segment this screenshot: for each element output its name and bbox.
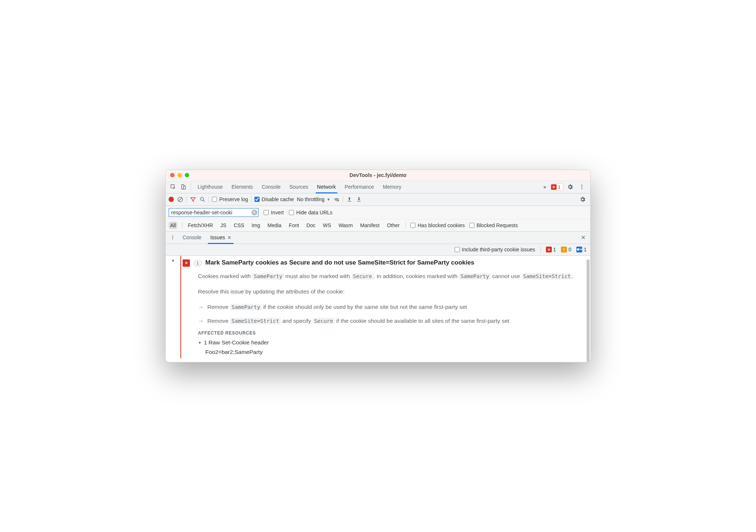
error-count-badge[interactable]: 1 bbox=[550, 184, 563, 191]
tab-elements[interactable]: Elements bbox=[227, 181, 257, 193]
include-third-party-input[interactable] bbox=[455, 247, 460, 252]
collapse-issue-icon[interactable]: ▼ bbox=[171, 259, 175, 263]
issue-count-badge: 1 bbox=[194, 260, 202, 266]
drawer-tab-issues[interactable]: Issues ✕ bbox=[206, 232, 235, 244]
separator bbox=[186, 196, 187, 203]
separator bbox=[191, 183, 191, 191]
scrollbar[interactable] bbox=[587, 259, 590, 362]
chevron-down-icon: ▼ bbox=[327, 197, 330, 202]
clear-icon[interactable] bbox=[177, 196, 183, 203]
errors-count: 1 bbox=[553, 247, 556, 252]
blocked-requests-input[interactable] bbox=[469, 223, 474, 228]
has-blocked-cookies-checkbox[interactable]: Has blocked cookies bbox=[410, 222, 465, 228]
type-img[interactable]: Img bbox=[250, 222, 261, 229]
resource-type-row: All Fetch/XHR JS CSS Img Media Font Doc … bbox=[166, 219, 590, 232]
hide-data-urls-input[interactable] bbox=[289, 210, 294, 215]
hide-data-urls-checkbox[interactable]: Hide data URLs bbox=[289, 210, 333, 215]
type-media[interactable]: Media bbox=[266, 222, 283, 229]
issue-gutter: ▼ bbox=[166, 256, 180, 362]
type-font[interactable]: Font bbox=[287, 222, 301, 229]
filter-icon[interactable] bbox=[190, 196, 196, 203]
tab-memory[interactable]: Memory bbox=[378, 181, 406, 193]
warnings-count: 0 bbox=[568, 247, 571, 252]
upload-har-icon[interactable] bbox=[346, 196, 353, 203]
has-blocked-cookies-label: Has blocked cookies bbox=[418, 222, 465, 228]
disable-cache-checkbox[interactable]: Disable cache bbox=[254, 196, 294, 202]
type-all[interactable]: All bbox=[169, 222, 177, 229]
settings-icon[interactable] bbox=[565, 182, 575, 192]
window-title: DevTools - jec.fyi/demo bbox=[166, 172, 590, 178]
filter-input[interactable] bbox=[171, 210, 252, 215]
search-icon[interactable] bbox=[199, 196, 206, 203]
close-tab-icon[interactable]: ✕ bbox=[227, 235, 231, 240]
errors-counter[interactable]: 1 bbox=[546, 247, 556, 252]
filter-row: Invert Hide data URLs bbox=[166, 206, 590, 219]
type-doc[interactable]: Doc bbox=[305, 222, 317, 229]
svg-point-14 bbox=[172, 237, 173, 238]
blocked-requests-checkbox[interactable]: Blocked Requests bbox=[469, 222, 518, 228]
issue-header[interactable]: 1 Mark SameParty cookies as Secure and d… bbox=[183, 259, 583, 267]
issue-description: Cookies marked with SameParty must also … bbox=[198, 272, 583, 325]
more-tabs-button[interactable]: » bbox=[542, 184, 548, 190]
more-options-icon[interactable] bbox=[577, 182, 587, 192]
invert-input[interactable] bbox=[264, 210, 269, 215]
svg-point-5 bbox=[581, 188, 583, 189]
tab-lighthouse[interactable]: Lighthouse bbox=[193, 181, 227, 193]
drawer-more-icon[interactable] bbox=[168, 233, 177, 242]
affected-resource-label: 1 Raw Set-Cookie header bbox=[204, 339, 269, 346]
main-tab-strip: Lighthouse Elements Console Sources Netw… bbox=[166, 181, 590, 193]
svg-point-8 bbox=[200, 197, 203, 201]
warnings-counter[interactable]: 0 bbox=[561, 247, 571, 252]
separator bbox=[540, 246, 541, 253]
preserve-log-input[interactable] bbox=[212, 197, 217, 202]
svg-rect-11 bbox=[348, 201, 351, 202]
tab-sources[interactable]: Sources bbox=[285, 181, 312, 193]
preserve-log-checkbox[interactable]: Preserve log bbox=[212, 196, 248, 202]
separator bbox=[182, 222, 182, 229]
type-other[interactable]: Other bbox=[385, 222, 401, 229]
affected-resources-heading: AFFECTED RESOURCES bbox=[198, 330, 583, 336]
download-har-icon[interactable] bbox=[356, 196, 362, 203]
has-blocked-cookies-input[interactable] bbox=[410, 223, 415, 228]
tab-performance[interactable]: Performance bbox=[340, 181, 378, 193]
disable-cache-label: Disable cache bbox=[262, 196, 294, 202]
drawer-tab-issues-label: Issues bbox=[210, 234, 225, 240]
suggestion-item: → Remove SameParty if the cookie should … bbox=[198, 303, 583, 311]
type-wasm[interactable]: Wasm bbox=[337, 222, 354, 229]
close-drawer-icon[interactable] bbox=[579, 233, 588, 242]
drawer-tab-strip: Console Issues ✕ bbox=[166, 232, 590, 244]
type-js[interactable]: JS bbox=[219, 222, 228, 229]
affected-resource-row[interactable]: ▼ 1 Raw Set-Cookie header bbox=[198, 339, 583, 346]
throttling-dropdown[interactable]: No throttling ▼ bbox=[297, 196, 330, 202]
network-conditions-icon[interactable] bbox=[333, 196, 340, 203]
type-manifest[interactable]: Manifest bbox=[359, 222, 381, 229]
filter-input-wrap[interactable] bbox=[169, 208, 258, 217]
drawer-tab-console[interactable]: Console bbox=[179, 232, 205, 244]
clear-filter-icon[interactable] bbox=[252, 210, 257, 215]
error-icon bbox=[183, 259, 190, 267]
type-css[interactable]: CSS bbox=[232, 222, 246, 229]
record-button[interactable] bbox=[169, 197, 174, 202]
invert-label: Invert bbox=[271, 210, 284, 215]
svg-point-15 bbox=[172, 239, 173, 239]
svg-line-7 bbox=[179, 198, 182, 201]
affected-resource-value: Foo2=bar2;SameParty bbox=[205, 349, 583, 355]
device-toolbar-icon[interactable] bbox=[178, 182, 188, 192]
tab-console[interactable]: Console bbox=[257, 181, 285, 193]
hide-data-urls-label: Hide data URLs bbox=[296, 210, 333, 215]
disable-cache-input[interactable] bbox=[254, 197, 260, 202]
invert-checkbox[interactable]: Invert bbox=[264, 210, 284, 215]
info-counter[interactable]: 1 bbox=[576, 247, 587, 252]
collapse-resource-icon[interactable]: ▼ bbox=[198, 341, 202, 345]
include-third-party-checkbox[interactable]: Include third-party cookie issues bbox=[455, 247, 535, 252]
svg-point-13 bbox=[172, 236, 173, 236]
tab-network[interactable]: Network bbox=[313, 181, 340, 193]
inspect-element-icon[interactable] bbox=[168, 182, 178, 192]
type-ws[interactable]: WS bbox=[322, 222, 333, 229]
svg-point-4 bbox=[581, 186, 583, 188]
throttling-value: No throttling bbox=[297, 196, 324, 202]
separator bbox=[209, 196, 209, 203]
network-settings-icon[interactable] bbox=[578, 195, 587, 204]
type-fetch-xhr[interactable]: Fetch/XHR bbox=[187, 222, 214, 229]
network-toolbar: Preserve log Disable cache No throttling… bbox=[166, 193, 590, 206]
